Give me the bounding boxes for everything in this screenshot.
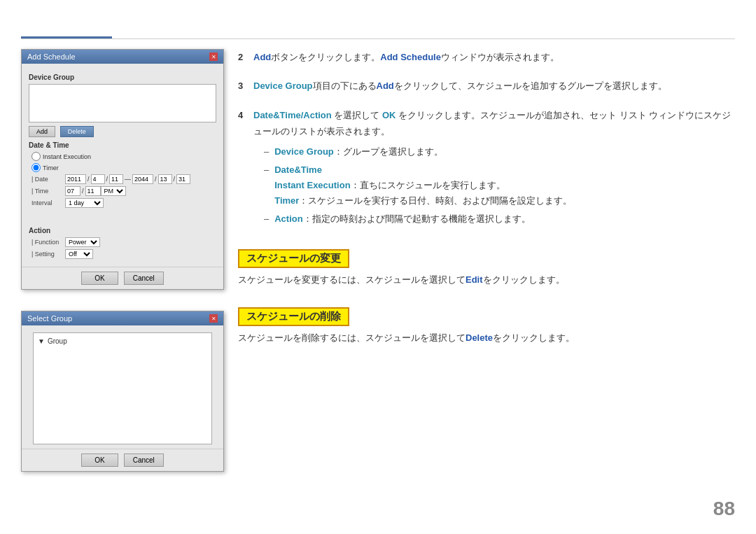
instant-execution-label: Instant Execution <box>43 153 91 160</box>
change-heading: スケジュールの変更 <box>238 249 349 268</box>
top-line <box>21 38 735 39</box>
instant-radio-input[interactable] <box>31 152 41 161</box>
page-number: 88 <box>713 498 735 520</box>
device-group-label: Device Group <box>29 73 216 81</box>
add-btn-dialog[interactable]: Add <box>29 126 55 137</box>
select-group-dialog: Select Group ✕ ▼ Group OK Cancel <box>21 311 224 472</box>
function-select[interactable]: Power <box>65 237 100 247</box>
action-label: Action <box>29 227 216 234</box>
step-3: 3 Device Group項目の下にあるAddをクリックして、スケジュールを追… <box>238 78 735 94</box>
date-year2-input[interactable] <box>132 174 153 184</box>
step-4-num: 4 <box>238 108 253 230</box>
time-label: | Time <box>31 188 65 195</box>
dialog-body-add: Device Group Add Delete Date & Time Inst… <box>22 64 223 267</box>
ok-btn-select[interactable]: OK <box>81 454 118 467</box>
interval-select[interactable]: 1 day <box>65 198 104 208</box>
bullet-datetime: – Date&Time Instant Execution：直ちにスケジュールを… <box>264 162 735 209</box>
timer-label: Timer <box>43 164 59 171</box>
delete-btn-dialog[interactable]: Delete <box>60 126 94 137</box>
dialog-title-add: Add Schedule <box>27 52 76 61</box>
select-group-body: ▼ Group <box>22 325 223 444</box>
ok-btn-add[interactable]: OK <box>81 272 118 285</box>
date-year-input[interactable] <box>65 174 86 184</box>
cancel-btn-add[interactable]: Cancel <box>124 272 164 285</box>
date-label: | Date <box>31 176 65 183</box>
delete-link: Delete <box>465 332 493 343</box>
step4-bullet-list: – Device Group：グループを選択します。 – Date&Time I… <box>264 144 735 227</box>
edit-link: Edit <box>465 274 483 285</box>
interval-label: Interval <box>31 199 65 206</box>
left-column: Add Schedule ✕ Device Group Add Delete D… <box>21 49 224 472</box>
interval-row: Interval 1 day <box>31 198 216 208</box>
right-column: 2 Addボタンをクリックします。Add Scheduleウィンドウが表示されま… <box>238 49 735 358</box>
step-4: 4 Date&Time/Action を選択して OK をクリックします。スケジ… <box>238 107 735 230</box>
dialog-title-bar-add: Add Schedule ✕ <box>22 50 223 64</box>
cancel-btn-select[interactable]: Cancel <box>124 454 164 467</box>
date-row: | Date / / — / / <box>31 174 216 184</box>
dialog-close-btn-select[interactable]: ✕ <box>209 314 218 323</box>
delete-section: スケジュールの削除 スケジュールを削除するには、スケジュールを選択してDelet… <box>238 300 735 344</box>
step4-ok-link: OK <box>382 110 396 120</box>
dialog-title-bar-select: Select Group ✕ <box>22 311 223 325</box>
group-label: Group <box>48 337 67 345</box>
step-2-num: 2 <box>238 50 253 65</box>
timer-radio: Timer <box>31 163 216 172</box>
time-ampm-select[interactable]: PMAM <box>101 186 126 196</box>
time-row: | Time / PMAM <box>31 186 216 196</box>
time-hour-input[interactable] <box>65 186 80 196</box>
date-day2-input[interactable] <box>176 174 190 184</box>
step2-add-link: Add <box>253 52 271 62</box>
bullet-action-link: Action <box>274 213 302 224</box>
delete-heading: スケジュールの削除 <box>238 307 349 326</box>
group-tree-item[interactable]: ▼ Group <box>38 337 207 345</box>
change-section: スケジュールの変更 スケジュールを変更するには、スケジュールを選択してEditを… <box>238 242 735 286</box>
step3-devicegroup-link: Device Group <box>253 80 313 91</box>
function-label: | Function <box>31 239 65 246</box>
step2-addschedule-link: Add Schedule <box>380 52 441 62</box>
step-4-para1: Date&Time/Action を選択して OK をクリックします。スケジュー… <box>253 107 735 140</box>
bullet-action: – Action：指定の時刻および間隔で起動する機能を選択します。 <box>264 211 735 227</box>
bullet-device-group-link: Device Group <box>274 146 334 157</box>
timer-radio-input[interactable] <box>31 163 41 172</box>
date-month-input[interactable] <box>91 174 105 184</box>
step-3-num: 3 <box>238 78 253 94</box>
step4-datetime-link: Date&Time/Action <box>253 110 332 120</box>
dialog-footer-add: OK Cancel <box>22 267 223 289</box>
bullet-datetime-link: Date&Time <box>274 164 322 175</box>
folder-icon: ▼ <box>38 337 45 345</box>
instant-execution-radio: Instant Execution <box>31 152 216 161</box>
bullet-device-group: – Device Group：グループを選択します。 <box>264 144 735 160</box>
dialog-close-btn-add[interactable]: ✕ <box>209 52 218 61</box>
step-4-text: Date&Time/Action を選択して OK をクリックします。スケジュー… <box>253 107 735 230</box>
step3-add-link: Add <box>377 80 394 91</box>
function-row: | Function Power <box>31 237 216 247</box>
setting-row: | Setting OffOn <box>31 249 216 259</box>
setting-label: | Setting <box>31 251 65 258</box>
step-2: 2 Addボタンをクリックします。Add Scheduleウィンドウが表示されま… <box>238 49 735 65</box>
date-day-input[interactable] <box>109 174 123 184</box>
date-month2-input[interactable] <box>158 174 172 184</box>
add-schedule-dialog: Add Schedule ✕ Device Group Add Delete D… <box>21 49 224 290</box>
bullet-timer-link: Timer <box>274 195 299 206</box>
dialog-footer-select: OK Cancel <box>22 449 223 471</box>
dialog-title-select: Select Group <box>27 314 72 323</box>
step-2-text: Addボタンをクリックします。Add Scheduleウィンドウが表示されます。 <box>253 49 559 65</box>
group-tree-area: ▼ Group <box>33 332 212 444</box>
change-text: スケジュールを変更するには、スケジュールを選択してEditをクリックします。 <box>238 274 735 286</box>
setting-select[interactable]: OffOn <box>65 249 93 259</box>
time-min-input[interactable] <box>85 186 101 196</box>
delete-text: スケジュールを削除するには、スケジュールを選択してDeleteをクリックします。 <box>238 332 735 344</box>
date-time-label: Date & Time <box>29 141 216 149</box>
step-3-text: Device Group項目の下にあるAddをクリックして、スケジュールを追加す… <box>253 78 667 94</box>
device-group-area <box>29 84 216 122</box>
bullet-instant-link: Instant Execution <box>274 180 350 190</box>
